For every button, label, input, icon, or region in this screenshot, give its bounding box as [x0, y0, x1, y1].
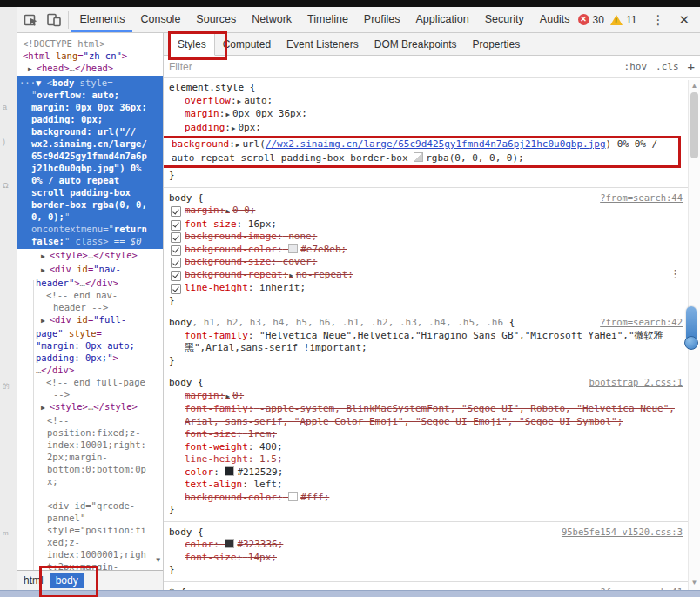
dom-tree[interactable]: <!DOCTYPE html><html lang="zh-cn">▶ <hea…	[17, 33, 163, 570]
expand-value-icon[interactable]: ▶	[289, 272, 293, 279]
css-declaration[interactable]: background-color: #fff;	[185, 492, 683, 505]
css-selector[interactable]: body {	[169, 527, 204, 540]
devtools-close-button[interactable]: ✕	[673, 12, 700, 28]
dom-line[interactable]: "margin: 0px auto;	[17, 339, 163, 352]
device-toolbar-icon[interactable]	[44, 10, 64, 30]
tab-security[interactable]: Security	[477, 7, 532, 32]
css-declaration[interactable]: font-size: 1rem;	[185, 428, 683, 441]
css-source-link[interactable]: bootstrap 2.css:1	[582, 376, 683, 389]
dom-line[interactable]: pannel"	[17, 512, 163, 524]
expand-value-icon[interactable]: ▶	[225, 207, 230, 215]
css-source-link[interactable]: 95be5fe154-v1520.css:3	[555, 526, 683, 539]
color-swatch[interactable]	[225, 466, 234, 476]
dom-line[interactable]: <!-- end full-page	[17, 376, 163, 388]
css-declaration[interactable]: font-family: -apple-system, BlinkMacSyst…	[185, 403, 683, 428]
crumb-body[interactable]: body	[50, 573, 84, 588]
filter-toggle-hov[interactable]: :hov	[624, 61, 648, 72]
warning-count[interactable]: 11	[626, 14, 636, 26]
css-declaration[interactable]: font-family: "Helvetica Neue",Helvetica,…	[185, 330, 683, 355]
css-declaration[interactable]: text-align: left;	[185, 479, 683, 492]
dom-selected-line[interactable]: wx2.sinaimg.cn/large/	[17, 138, 163, 150]
scrollbar-up-icon[interactable]: ▲	[689, 82, 700, 90]
dom-line[interactable]: t:2px;margin-	[17, 560, 163, 570]
dom-scrollbar-down-icon[interactable]: ▼	[156, 554, 160, 567]
dom-line[interactable]: position:fixed;z-	[17, 426, 163, 439]
dom-line[interactable]: …</div>	[17, 364, 163, 376]
dom-selected-line[interactable]: 0, 0);"	[17, 211, 163, 223]
dom-selected-node-body[interactable]: ···▼ <body style="overflow: auto;margin:…	[17, 76, 163, 249]
css-selector[interactable]: element.style {	[169, 82, 255, 95]
css-selector[interactable]: body, h1, h2, h3, h4, h5, h6, .h1, .h2, …	[169, 317, 515, 330]
dom-line[interactable]: <html lang="zh-cn">	[17, 50, 163, 62]
expand-value-icon[interactable]: ▶	[238, 97, 242, 105]
dom-selected-line[interactable]: background: url("//	[17, 125, 163, 138]
css-rules-list[interactable]: ⋮ element.style {overflow:▶auto;margin:▶…	[164, 78, 700, 590]
dom-selected-line[interactable]: border-box rgba(0, 0,	[17, 198, 163, 211]
dom-line[interactable]: <!--	[17, 414, 163, 426]
expand-value-icon[interactable]: ▶	[225, 111, 230, 118]
color-swatch[interactable]	[225, 539, 234, 548]
filter-input[interactable]: Filter	[169, 61, 616, 73]
css-declaration[interactable]: font-weight: 400;	[185, 441, 683, 454]
css-declaration[interactable]: margin:▶0px 0px 36px;	[185, 108, 683, 122]
dom-selected-line[interactable]: ···▼ <body style=	[17, 77, 163, 89]
scrollbar-down-icon[interactable]: ▼	[689, 579, 700, 587]
tab-elements[interactable]: Elements	[71, 7, 132, 32]
css-declaration[interactable]: background-image: none;	[185, 231, 683, 244]
css-source-link[interactable]: ?from=search:44	[593, 191, 683, 205]
sidebar-tab-computed[interactable]: Computed	[215, 33, 279, 55]
expand-value-icon[interactable]: ▶	[225, 392, 230, 400]
crumb-html[interactable]: html	[17, 573, 50, 588]
dom-line[interactable]: xed;z-	[17, 536, 163, 548]
css-selector[interactable]: body {	[169, 192, 204, 205]
dom-selected-line[interactable]: 0% / auto repeat	[17, 174, 163, 186]
declaration-checkbox[interactable]	[171, 271, 181, 281]
css-declaration[interactable]: line-height: 1.5;	[185, 453, 683, 466]
css-declaration[interactable]: color: #212529;	[185, 466, 683, 480]
dom-line[interactable]: index:1000001;righ	[17, 548, 163, 560]
dom-line[interactable]: ▶ <style>…</style>	[17, 249, 163, 263]
dom-selected-line[interactable]: j21hc0u0qbp.jpg") 0%	[17, 162, 163, 174]
css-declaration[interactable]: color: #323336;	[185, 539, 683, 552]
css-declaration[interactable]: line-height: inherit;	[185, 282, 683, 295]
dom-selected-line[interactable]: padding: 0px;	[17, 113, 163, 125]
dom-selected-line[interactable]: oncontextmenu="return	[17, 223, 163, 235]
declaration-checkbox[interactable]	[171, 220, 181, 231]
color-swatch[interactable]	[414, 152, 423, 162]
sidebar-tab-styles[interactable]: Styles	[169, 33, 215, 56]
tab-console[interactable]: Console	[132, 7, 188, 32]
dom-line[interactable]: ▶ <div id="full-	[17, 313, 163, 327]
css-declaration[interactable]: background-repeat:▶no-repeat;	[185, 269, 683, 283]
css-declaration[interactable]: margin:▶0;	[185, 390, 683, 404]
sidebar-tab-dom-breakpoints[interactable]: DOM Breakpoints	[367, 33, 465, 55]
dom-line[interactable]: 2px;margin-	[17, 451, 163, 463]
dom-line[interactable]: page" style=	[17, 327, 163, 339]
declaration-checkbox[interactable]	[171, 245, 181, 256]
sidebar-tab-properties[interactable]: Properties	[464, 33, 528, 55]
dom-line[interactable]: index:10001;right:	[17, 439, 163, 451]
dom-line[interactable]: x;	[17, 475, 163, 487]
dom-line[interactable]: -->	[17, 388, 163, 400]
dom-line[interactable]: ▶ <head>…</head>	[17, 62, 163, 76]
dom-line[interactable]	[17, 487, 163, 500]
tab-sources[interactable]: Sources	[188, 7, 244, 32]
sidebar-tab-event-listeners[interactable]: Event Listeners	[279, 33, 367, 55]
css-declaration[interactable]: background-size: cover;	[185, 256, 683, 269]
expand-value-icon[interactable]: ▶	[232, 124, 236, 132]
css-source-link[interactable]: ?from=search:42	[593, 316, 683, 329]
css-declaration[interactable]: font-size: 14px;	[185, 552, 683, 565]
expand-value-icon[interactable]: ▶	[236, 141, 240, 149]
filter-toggle-cls[interactable]: .cls	[656, 61, 679, 72]
dom-line[interactable]: <!DOCTYPE html>	[17, 37, 163, 50]
dom-line[interactable]: header">…</div>	[17, 277, 163, 289]
tab-audits[interactable]: Audits	[532, 7, 578, 32]
color-swatch[interactable]	[288, 492, 298, 501]
dom-selected-line[interactable]: false;" class> == $0	[17, 235, 163, 247]
dom-line[interactable]: ▶ <div id="nav-	[17, 263, 163, 277]
tab-timeline[interactable]: Timeline	[300, 7, 356, 32]
declaration-checkbox[interactable]	[171, 258, 181, 268]
declaration-checkbox[interactable]	[171, 206, 181, 217]
css-declaration[interactable]: padding:▶0px;	[185, 122, 683, 136]
dom-line[interactable]: header -->	[17, 301, 163, 313]
declaration-checkbox[interactable]	[171, 232, 181, 243]
